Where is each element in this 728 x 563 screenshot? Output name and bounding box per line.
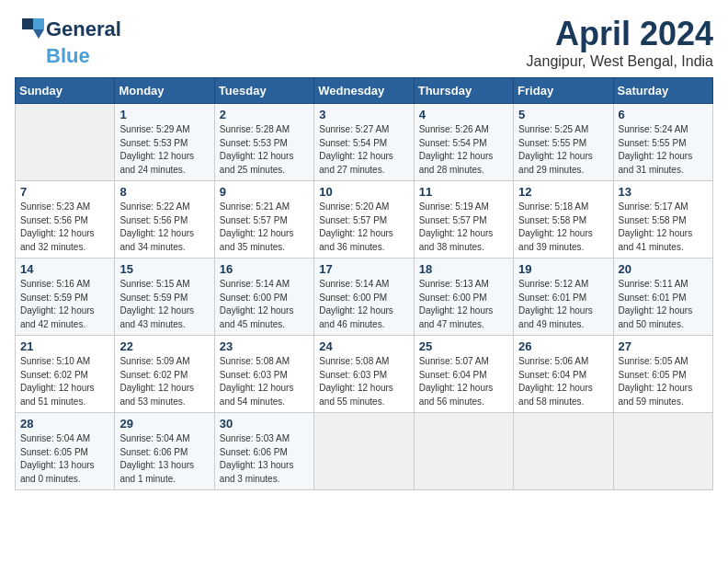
calendar-cell: 4 Sunrise: 5:26 AMSunset: 5:54 PMDayligh…: [414, 104, 513, 181]
day-number: 28: [20, 417, 109, 431]
day-info: Sunrise: 5:17 AMSunset: 5:58 PMDaylight:…: [619, 201, 693, 252]
day-number: 19: [518, 262, 608, 276]
day-info: Sunrise: 5:13 AMSunset: 6:00 PMDaylight:…: [419, 279, 494, 329]
month-title: April 2024: [527, 15, 713, 53]
calendar-cell: 6 Sunrise: 5:24 AMSunset: 5:55 PMDayligh…: [613, 104, 712, 181]
day-info: Sunrise: 5:21 AMSunset: 5:57 PMDaylight:…: [220, 201, 294, 252]
day-number: 20: [619, 262, 708, 276]
calendar-week-row: 21 Sunrise: 5:10 AMSunset: 6:02 PMDaylig…: [16, 336, 713, 413]
day-info: Sunrise: 5:19 AMSunset: 5:57 PMDaylight:…: [419, 201, 494, 252]
svg-marker-1: [33, 29, 44, 39]
day-number: 22: [119, 339, 209, 353]
calendar-cell: 2 Sunrise: 5:28 AMSunset: 5:53 PMDayligh…: [214, 104, 313, 181]
day-info: Sunrise: 5:10 AMSunset: 6:02 PMDaylight:…: [20, 356, 95, 407]
calendar-cell: [16, 104, 115, 181]
calendar-cell: 21 Sunrise: 5:10 AMSunset: 6:02 PMDaylig…: [16, 336, 115, 413]
day-number: 23: [220, 339, 309, 353]
calendar-cell: 19 Sunrise: 5:12 AMSunset: 6:01 PMDaylig…: [514, 259, 613, 336]
calendar-cell: 10 Sunrise: 5:20 AMSunset: 5:57 PMDaylig…: [314, 181, 414, 259]
calendar-cell: 25 Sunrise: 5:07 AMSunset: 6:04 PMDaylig…: [414, 336, 513, 413]
weekday-header: Friday: [514, 78, 613, 104]
day-number: 13: [619, 185, 708, 199]
calendar-cell: [613, 413, 712, 490]
day-number: 14: [20, 262, 109, 276]
calendar-week-row: 28 Sunrise: 5:04 AMSunset: 6:05 PMDaylig…: [16, 413, 713, 490]
day-info: Sunrise: 5:12 AMSunset: 6:01 PMDaylight:…: [518, 279, 593, 329]
day-info: Sunrise: 5:14 AMSunset: 6:00 PMDaylight:…: [319, 279, 393, 329]
day-info: Sunrise: 5:04 AMSunset: 6:06 PMDaylight:…: [119, 433, 194, 484]
day-info: Sunrise: 5:11 AMSunset: 6:01 PMDaylight:…: [619, 279, 693, 329]
calendar-cell: 9 Sunrise: 5:21 AMSunset: 5:57 PMDayligh…: [214, 181, 313, 259]
day-info: Sunrise: 5:16 AMSunset: 5:59 PMDaylight:…: [20, 279, 95, 329]
calendar-cell: 29 Sunrise: 5:04 AMSunset: 6:06 PMDaylig…: [115, 413, 214, 490]
calendar-week-row: 7 Sunrise: 5:23 AMSunset: 5:56 PMDayligh…: [16, 181, 713, 259]
calendar-cell: 13 Sunrise: 5:17 AMSunset: 5:58 PMDaylig…: [613, 181, 712, 259]
calendar-week-row: 14 Sunrise: 5:16 AMSunset: 5:59 PMDaylig…: [16, 259, 713, 336]
day-number: 3: [319, 108, 408, 121]
day-number: 6: [619, 108, 708, 121]
calendar-cell: 27 Sunrise: 5:05 AMSunset: 6:05 PMDaylig…: [613, 336, 712, 413]
day-info: Sunrise: 5:07 AMSunset: 6:04 PMDaylight:…: [419, 356, 494, 407]
day-number: 24: [319, 339, 408, 353]
page-header: General Blue April 2024 Jangipur, West B…: [15, 15, 713, 70]
day-number: 10: [319, 185, 408, 199]
calendar-cell: 23 Sunrise: 5:08 AMSunset: 6:03 PMDaylig…: [214, 336, 313, 413]
weekday-header: Wednesday: [314, 78, 414, 104]
calendar-cell: 14 Sunrise: 5:16 AMSunset: 5:59 PMDaylig…: [16, 259, 115, 336]
day-info: Sunrise: 5:05 AMSunset: 6:05 PMDaylight:…: [619, 356, 693, 407]
calendar-table: SundayMondayTuesdayWednesdayThursdayFrid…: [15, 77, 713, 490]
calendar-cell: 8 Sunrise: 5:22 AMSunset: 5:56 PMDayligh…: [115, 181, 214, 259]
day-number: 25: [419, 339, 508, 353]
day-number: 12: [518, 185, 608, 199]
day-info: Sunrise: 5:06 AMSunset: 6:04 PMDaylight:…: [518, 356, 593, 407]
calendar-cell: 15 Sunrise: 5:15 AMSunset: 5:59 PMDaylig…: [115, 259, 214, 336]
logo-text: General: [46, 17, 121, 41]
calendar-cell: 20 Sunrise: 5:11 AMSunset: 6:01 PMDaylig…: [613, 259, 712, 336]
day-number: 1: [119, 108, 209, 121]
location: Jangipur, West Bengal, India: [527, 53, 713, 70]
day-info: Sunrise: 5:23 AMSunset: 5:56 PMDaylight:…: [20, 201, 95, 252]
day-info: Sunrise: 5:15 AMSunset: 5:59 PMDaylight:…: [119, 279, 194, 329]
day-info: Sunrise: 5:25 AMSunset: 5:55 PMDaylight:…: [518, 124, 593, 175]
day-number: 9: [220, 185, 309, 199]
calendar-cell: 16 Sunrise: 5:14 AMSunset: 6:00 PMDaylig…: [214, 259, 313, 336]
weekday-header: Monday: [115, 78, 214, 104]
day-number: 2: [220, 108, 309, 121]
weekday-header: Saturday: [613, 78, 712, 104]
day-info: Sunrise: 5:08 AMSunset: 6:03 PMDaylight:…: [220, 356, 294, 407]
day-number: 26: [518, 339, 608, 353]
weekday-header: Thursday: [414, 78, 513, 104]
day-info: Sunrise: 5:18 AMSunset: 5:58 PMDaylight:…: [518, 201, 593, 252]
calendar-cell: 22 Sunrise: 5:09 AMSunset: 6:02 PMDaylig…: [115, 336, 214, 413]
day-number: 7: [20, 185, 109, 199]
calendar-cell: 11 Sunrise: 5:19 AMSunset: 5:57 PMDaylig…: [414, 181, 513, 259]
day-info: Sunrise: 5:20 AMSunset: 5:57 PMDaylight:…: [319, 201, 393, 252]
weekday-header: Sunday: [16, 78, 115, 104]
calendar-cell: 24 Sunrise: 5:08 AMSunset: 6:03 PMDaylig…: [314, 336, 414, 413]
calendar-cell: 30 Sunrise: 5:03 AMSunset: 6:06 PMDaylig…: [214, 413, 313, 490]
day-info: Sunrise: 5:28 AMSunset: 5:53 PMDaylight:…: [220, 124, 294, 175]
day-number: 30: [220, 417, 309, 431]
svg-marker-0: [33, 18, 44, 29]
title-block: April 2024 Jangipur, West Bengal, India: [527, 15, 713, 70]
day-info: Sunrise: 5:29 AMSunset: 5:53 PMDaylight:…: [119, 124, 194, 175]
calendar-cell: 26 Sunrise: 5:06 AMSunset: 6:04 PMDaylig…: [514, 336, 613, 413]
day-number: 21: [20, 339, 109, 353]
svg-marker-2: [22, 18, 33, 29]
calendar-cell: 28 Sunrise: 5:04 AMSunset: 6:05 PMDaylig…: [16, 413, 115, 490]
weekday-header: Tuesday: [214, 78, 313, 104]
calendar-cell: 3 Sunrise: 5:27 AMSunset: 5:54 PMDayligh…: [314, 104, 414, 181]
logo-icon: [15, 15, 44, 44]
day-number: 8: [119, 185, 209, 199]
day-info: Sunrise: 5:03 AMSunset: 6:06 PMDaylight:…: [220, 433, 294, 484]
day-info: Sunrise: 5:27 AMSunset: 5:54 PMDaylight:…: [319, 124, 393, 175]
day-number: 11: [419, 185, 508, 199]
day-number: 17: [319, 262, 408, 276]
calendar-cell: 1 Sunrise: 5:29 AMSunset: 5:53 PMDayligh…: [115, 104, 214, 181]
day-info: Sunrise: 5:24 AMSunset: 5:55 PMDaylight:…: [619, 124, 693, 175]
weekday-header-row: SundayMondayTuesdayWednesdayThursdayFrid…: [16, 78, 713, 104]
calendar-cell: 7 Sunrise: 5:23 AMSunset: 5:56 PMDayligh…: [16, 181, 115, 259]
logo-blue-text: Blue: [46, 44, 90, 68]
calendar-cell: 12 Sunrise: 5:18 AMSunset: 5:58 PMDaylig…: [514, 181, 613, 259]
day-info: Sunrise: 5:04 AMSunset: 6:05 PMDaylight:…: [20, 433, 95, 484]
